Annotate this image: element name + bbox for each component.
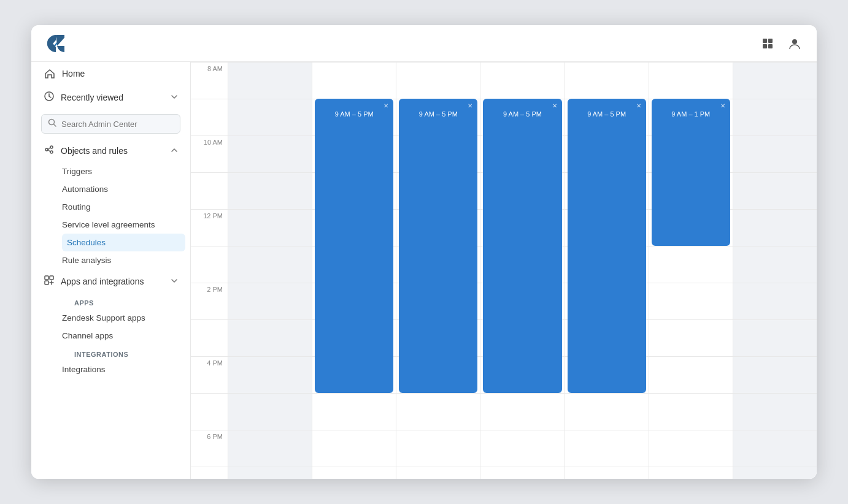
grid-icon[interactable] (758, 34, 777, 53)
schedule-block[interactable]: ✕9 AM – 1 PM (652, 99, 730, 246)
day-cell[interactable] (480, 393, 564, 430)
day-cell[interactable] (565, 467, 649, 479)
day-cell[interactable] (649, 283, 733, 319)
zendesk-logo-svg (45, 32, 67, 55)
day-cell[interactable] (396, 430, 480, 467)
user-icon[interactable] (785, 34, 804, 53)
day-cell[interactable] (312, 430, 396, 467)
sidebar-item-channel-apps[interactable]: Channel apps (62, 327, 190, 345)
schedule-block-wrapper[interactable]: ✕9 AM – 5 PM (399, 99, 477, 393)
day-cell[interactable] (396, 467, 480, 479)
integrations-section-label: Integrations (62, 345, 190, 361)
day-cell[interactable] (649, 356, 733, 393)
sidebar-item-schedules[interactable]: Schedules (62, 234, 185, 251)
day-cell[interactable] (733, 430, 817, 467)
day-cell[interactable] (733, 172, 817, 209)
schedule-block-wrapper[interactable]: ✕9 AM – 5 PM (568, 99, 646, 393)
day-cell[interactable] (733, 209, 817, 246)
time-label (191, 467, 228, 479)
day-cell[interactable] (228, 172, 312, 209)
sidebar-item-home[interactable]: Home (31, 62, 190, 85)
home-label: Home (62, 69, 85, 78)
day-cell[interactable] (733, 62, 817, 99)
schedule-block-close-button[interactable]: ✕ (468, 102, 472, 109)
day-cell[interactable] (228, 283, 312, 319)
day-cell[interactable] (228, 246, 312, 283)
day-cell[interactable] (649, 467, 733, 479)
day-cell[interactable] (649, 430, 733, 467)
day-cell[interactable] (733, 356, 817, 393)
logo (44, 31, 68, 56)
search-input[interactable] (61, 120, 174, 129)
schedule-block[interactable]: ✕9 AM – 5 PM (483, 99, 561, 393)
day-cell[interactable] (649, 393, 733, 430)
schedule-block-close-button[interactable]: ✕ (552, 102, 557, 109)
time-label: 12 PM (191, 209, 228, 246)
time-label (191, 319, 228, 356)
sidebar-item-zendesk-support-apps[interactable]: Zendesk Support apps (62, 309, 190, 327)
calendar-area: 8 AM10 AM12 PM2 PM4 PM6 PM ✕9 AM – 5 PM … (191, 62, 817, 479)
schedule-block-close-button[interactable]: ✕ (636, 102, 641, 109)
time-label (191, 246, 228, 283)
main-layout: Home Recently viewed (31, 62, 817, 479)
objects-rules-label: Objects and rules (61, 146, 128, 156)
day-cell[interactable] (480, 430, 564, 467)
day-cell[interactable] (733, 283, 817, 319)
schedule-block[interactable]: ✕9 AM – 5 PM (568, 99, 646, 393)
day-col-mon: ✕9 AM – 5 PM (312, 62, 396, 479)
time-label: 4 PM (191, 356, 228, 393)
search-box[interactable] (41, 114, 180, 134)
day-cell[interactable] (228, 136, 312, 172)
day-cell[interactable] (565, 430, 649, 467)
day-cell[interactable] (228, 62, 312, 99)
day-cell[interactable] (565, 393, 649, 430)
day-cell[interactable] (228, 467, 312, 479)
sidebar-item-automations[interactable]: Automations (62, 180, 190, 198)
schedule-block[interactable]: ✕9 AM – 5 PM (315, 99, 393, 393)
day-cell[interactable] (480, 467, 564, 479)
schedule-block-wrapper[interactable]: ✕9 AM – 1 PM (652, 99, 730, 246)
day-cell[interactable] (733, 99, 817, 136)
day-cell[interactable] (733, 319, 817, 356)
schedule-block-wrapper[interactable]: ✕9 AM – 5 PM (483, 99, 561, 393)
day-cell[interactable] (228, 356, 312, 393)
time-label (191, 99, 228, 136)
day-cell[interactable] (480, 62, 564, 99)
day-cell[interactable] (565, 62, 649, 99)
day-cell[interactable] (649, 319, 733, 356)
sidebar-item-routing[interactable]: Routing (62, 198, 190, 216)
day-cell[interactable] (228, 209, 312, 246)
schedule-block-close-button[interactable]: ✕ (384, 102, 388, 109)
day-cell[interactable] (733, 467, 817, 479)
day-cell[interactable] (312, 62, 396, 99)
day-cell[interactable] (733, 393, 817, 430)
schedule-block-close-button[interactable]: ✕ (720, 102, 725, 109)
day-cell[interactable] (228, 430, 312, 467)
day-cell[interactable] (649, 62, 733, 99)
chevron-up-icon (171, 146, 178, 156)
schedule-block-wrapper[interactable]: ✕9 AM – 5 PM (315, 99, 393, 393)
day-cell[interactable] (228, 393, 312, 430)
day-cell[interactable] (733, 246, 817, 283)
day-cell[interactable] (396, 393, 480, 430)
schedule-block[interactable]: ✕9 AM – 5 PM (399, 99, 477, 393)
time-label (191, 172, 228, 209)
day-cell[interactable] (312, 467, 396, 479)
sidebar-item-triggers[interactable]: Triggers (62, 162, 190, 180)
day-cell[interactable] (228, 319, 312, 356)
svg-rect-12 (45, 281, 48, 284)
day-cell[interactable] (649, 246, 733, 283)
day-cell[interactable] (396, 62, 480, 99)
day-col-tue: ✕9 AM – 5 PM (396, 62, 480, 479)
recently-viewed-label: Recently viewed (61, 93, 123, 102)
day-cell[interactable] (228, 99, 312, 136)
sidebar-apps-integrations[interactable]: Apps and integrations (31, 269, 190, 293)
sidebar-objects-and-rules[interactable]: Objects and rules (31, 139, 190, 162)
sidebar-item-sla[interactable]: Service level agreements (62, 216, 190, 234)
sidebar-recently-viewed[interactable]: Recently viewed (31, 85, 190, 109)
sidebar-item-rule-analysis[interactable]: Rule analysis (62, 251, 190, 269)
svg-point-4 (792, 39, 797, 44)
day-cell[interactable] (733, 136, 817, 172)
day-cell[interactable] (312, 393, 396, 430)
sidebar-item-integrations[interactable]: Integrations (62, 361, 190, 378)
